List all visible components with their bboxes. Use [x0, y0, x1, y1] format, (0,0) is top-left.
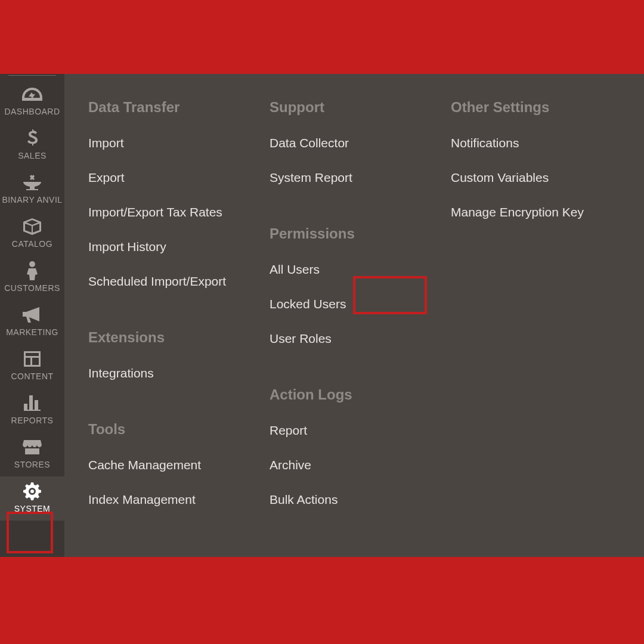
section-support: Support [270, 99, 439, 116]
nav-label: CONTENT [11, 371, 53, 381]
system-flyout: Data Transfer Import Export Import/Expor… [64, 74, 644, 557]
menu-all-users[interactable]: All Users [270, 256, 320, 283]
dollar-icon [27, 129, 38, 147]
menu-import-export-tax[interactable]: Import/Export Tax Rates [88, 199, 222, 225]
side-nav: DASHBOARD SALES BINARY ANVIL CATALOG CUS [0, 74, 64, 557]
menu-locked-users[interactable]: Locked Users [270, 291, 346, 317]
menu-custom-variables[interactable]: Custom Variables [451, 165, 549, 191]
section-tools: Tools [88, 421, 258, 438]
nav-system[interactable]: SYSTEM [0, 476, 64, 521]
nav-marketing[interactable]: MARKETING [0, 300, 64, 344]
nav-label: CATALOG [12, 239, 52, 249]
megaphone-icon [23, 306, 42, 324]
anvil-icon [22, 174, 42, 191]
layout-icon [24, 350, 41, 368]
menu-export[interactable]: Export [88, 165, 125, 191]
flyout-col-2: Support Data Collector System Report Per… [270, 93, 439, 557]
menu-data-collector[interactable]: Data Collector [270, 130, 349, 156]
flyout-col-3: Other Settings Notifications Custom Vari… [451, 93, 620, 557]
nav-stores[interactable]: STORES [0, 432, 64, 476]
menu-scheduled-import[interactable]: Scheduled Import/Export [88, 268, 226, 295]
section-permissions: Permissions [270, 225, 439, 242]
nav-label: STORES [14, 460, 50, 469]
nav-reports[interactable]: REPORTS [0, 388, 64, 432]
flyout-col-1: Data Transfer Import Export Import/Expor… [88, 93, 258, 557]
nav-label: SYSTEM [14, 504, 51, 513]
admin-panel: DASHBOARD SALES BINARY ANVIL CATALOG CUS [0, 74, 644, 557]
menu-system-report[interactable]: System Report [270, 165, 352, 191]
menu-user-roles[interactable]: User Roles [270, 326, 332, 352]
nav-label: MARKETING [6, 327, 58, 337]
menu-bulk-actions[interactable]: Bulk Actions [270, 487, 338, 513]
section-data-transfer: Data Transfer [88, 99, 258, 116]
box-icon [23, 218, 41, 236]
menu-report[interactable]: Report [270, 417, 307, 444]
nav-customers[interactable]: CUSTOMERS [0, 256, 64, 300]
nav-catalog[interactable]: CATALOG [0, 212, 64, 256]
menu-integrations[interactable]: Integrations [88, 360, 154, 386]
menu-index-management[interactable]: Index Management [88, 487, 196, 513]
nav-label: DASHBOARD [4, 107, 60, 116]
person-icon [27, 262, 38, 280]
section-other-settings: Other Settings [451, 99, 620, 116]
storefront-icon [23, 438, 42, 456]
nav-label: REPORTS [11, 416, 54, 425]
gauge-icon [22, 85, 42, 103]
gear-icon [23, 482, 41, 500]
menu-notifications[interactable]: Notifications [451, 130, 519, 156]
nav-content[interactable]: CONTENT [0, 344, 64, 388]
menu-import-history[interactable]: Import History [88, 234, 166, 260]
section-action-logs: Action Logs [270, 386, 439, 403]
nav-divider [8, 75, 56, 76]
nav-sales[interactable]: SALES [0, 123, 64, 168]
section-extensions: Extensions [88, 329, 258, 346]
nav-label: BINARY ANVIL [2, 195, 62, 205]
nav-dashboard[interactable]: DASHBOARD [0, 79, 64, 123]
nav-label: CUSTOMERS [4, 283, 60, 293]
menu-manage-encryption-key[interactable]: Manage Encryption Key [451, 199, 584, 225]
bars-icon [24, 394, 41, 412]
menu-archive[interactable]: Archive [270, 452, 311, 478]
nav-label: SALES [18, 151, 47, 160]
menu-cache-management[interactable]: Cache Management [88, 452, 201, 478]
nav-binary-anvil[interactable]: BINARY ANVIL [0, 168, 64, 212]
menu-import[interactable]: Import [88, 130, 124, 156]
